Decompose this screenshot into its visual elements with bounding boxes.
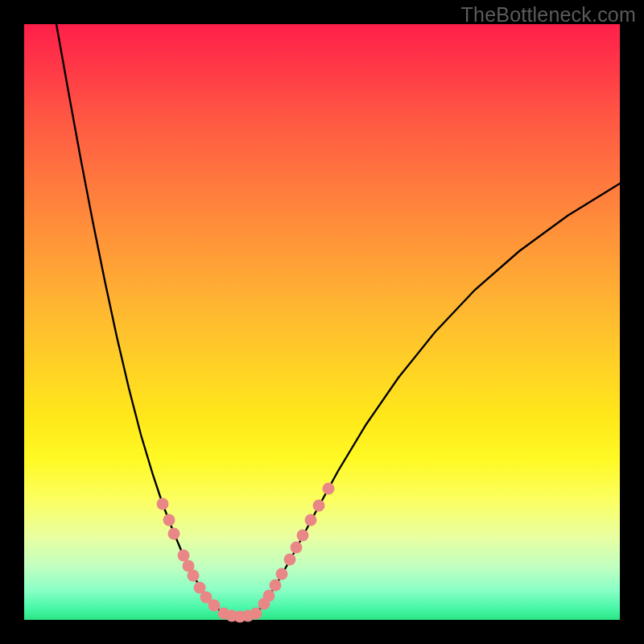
curve-dot bbox=[305, 514, 317, 526]
curve-dot bbox=[178, 550, 190, 562]
bottleneck-curve bbox=[24, 24, 620, 620]
curve-dot bbox=[188, 570, 200, 582]
curve-dot bbox=[313, 500, 325, 512]
curve-dot bbox=[208, 600, 221, 612]
curve-path bbox=[56, 24, 620, 617]
curve-dot bbox=[284, 554, 296, 566]
plot-area bbox=[24, 24, 620, 620]
curve-dot bbox=[263, 590, 275, 602]
chart-frame: TheBottleneck.com bbox=[0, 0, 644, 644]
curve-dot bbox=[323, 483, 335, 495]
curve-dot bbox=[157, 498, 169, 510]
curve-dot bbox=[276, 568, 288, 580]
watermark-text: TheBottleneck.com bbox=[461, 3, 636, 27]
curve-dot bbox=[291, 542, 303, 554]
curve-dot bbox=[168, 528, 180, 540]
curve-dot bbox=[163, 514, 175, 526]
curve-dots bbox=[157, 483, 335, 623]
curve-dot bbox=[297, 530, 309, 542]
curve-dot bbox=[270, 580, 282, 592]
curve-dot bbox=[250, 608, 262, 620]
